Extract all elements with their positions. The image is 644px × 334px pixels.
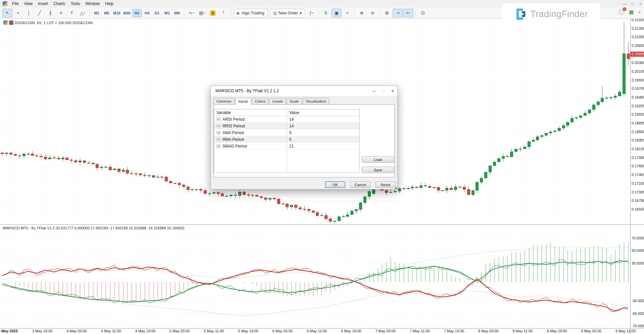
load-button[interactable]: Load (362, 156, 394, 163)
screenshot-button[interactable]: ⊡ (418, 9, 428, 17)
new-order-icon: ▥ (273, 11, 277, 15)
menu-window[interactable]: Window (83, 0, 103, 7)
toolbar-separator (184, 9, 184, 17)
value-cell[interactable]: 5 (287, 136, 359, 143)
menu-insert[interactable]: Insert (35, 0, 51, 7)
trendline-icon: ╱ (38, 10, 41, 15)
time-tick-label: 6 May 19:00 (341, 329, 361, 333)
table-row[interactable]: 01RMA Period (214, 136, 287, 143)
cursor-tool-button[interactable]: ↖ (2, 9, 12, 17)
menu-tools[interactable]: Tools (68, 0, 83, 7)
tab-common[interactable]: Common (213, 98, 235, 104)
timeframe-w1-button[interactable]: W1 (162, 9, 172, 17)
indicator-values-label: MARSICD MT5 - By TFlab V1.2 32.631777 0.… (3, 226, 185, 230)
timeframe-h4-button[interactable]: H4 (142, 9, 152, 17)
crosshair-tool-button[interactable]: + (13, 9, 23, 17)
dialog-titlebar[interactable]: MARSICD MT5 - By TFlab V1.2 1.2 — □ × (211, 86, 397, 96)
table-row[interactable]: 01ARSI Period (214, 116, 287, 123)
text-tool-button[interactable]: T (67, 9, 77, 17)
fibonacci-tool-button[interactable]: ≡ (56, 9, 66, 17)
tab-colors[interactable]: Colors (252, 98, 269, 104)
value-cell[interactable]: 14 (287, 116, 359, 123)
line-chart-type-button[interactable]: ∿▾ (186, 9, 196, 17)
tab-inputs[interactable]: Inputs (235, 98, 251, 105)
value-cell[interactable]: 5 (287, 129, 359, 136)
chart-template-button[interactable]: ▤▾ (197, 9, 207, 17)
dialog-maximize-button[interactable]: □ (382, 89, 385, 93)
data-window-button[interactable]: ▣ (332, 9, 342, 17)
timeframe-h1-button[interactable]: H1 (132, 9, 142, 17)
ok-button[interactable]: OK (325, 181, 345, 188)
value-cell[interactable]: 21 (287, 143, 359, 150)
save-button[interactable]: Save (362, 167, 394, 173)
chart-shift-button[interactable]: ⇤ (403, 9, 413, 17)
column-header-variable[interactable]: Variable (214, 109, 287, 116)
indicator-axis-separator (0, 328, 644, 329)
indicators-button[interactable]: ƒ▾ (306, 9, 316, 17)
timeframe-mn-button[interactable]: MN (172, 9, 182, 17)
time-tick-label: 7 May 19:00 (444, 329, 464, 333)
currency-button[interactable]: $ (208, 9, 218, 17)
menu-view[interactable]: View (21, 0, 35, 7)
timeframe-m1-button[interactable]: M1 (92, 9, 101, 17)
algo-trading-button[interactable]: ▶ Algo Trading (234, 9, 268, 17)
time-tick-label: 8 May 19:00 (547, 329, 567, 333)
indicator-tick-label: 50.000000 (632, 248, 644, 253)
menu-help[interactable]: Help (102, 0, 116, 7)
chart-indicator-separator[interactable] (0, 224, 644, 225)
indicator-canvas[interactable] (0, 225, 630, 328)
timeframe-m5-button[interactable]: M5 (102, 9, 111, 17)
tile-windows-button[interactable]: ⊞ (382, 9, 392, 17)
timeframe-m30-button[interactable]: M30 (122, 9, 132, 17)
column-header-value[interactable]: Value (287, 109, 359, 116)
timeframe-d1-button[interactable]: D1 (152, 9, 162, 17)
toolbar-overflow-button[interactable]: » (638, 10, 641, 14)
vertical-line-tool-button[interactable]: │ (24, 9, 34, 17)
price-tick-label: 0.19930 (632, 78, 644, 82)
timeframe-m15-button[interactable]: M15 (112, 9, 121, 17)
toolbar-right-group: 1 ▦ » (618, 9, 641, 15)
value-cell[interactable]: 14 (287, 123, 359, 129)
reset-button[interactable]: Reset (376, 181, 396, 188)
new-order-button[interactable]: ▥ New Order ▾ (270, 9, 305, 17)
tick-chart-button[interactable]: ⇡ (218, 9, 229, 17)
shapes-tool-button[interactable]: △▾ (78, 9, 88, 17)
price-scale[interactable]: 0.20605 0.215050.212800.210550.208300.20… (630, 19, 644, 334)
sort-button[interactable]: ⇅ (321, 9, 331, 17)
time-tick-label: 5 May 03:00 (169, 329, 190, 333)
toolbar-separator (318, 9, 319, 17)
tab-levels[interactable]: Levels (269, 98, 286, 104)
zoom-in-button[interactable]: ⊕ (357, 9, 367, 17)
notifications-button[interactable]: 1 (618, 9, 624, 15)
table-row[interactable]: 01RRSI Period (214, 123, 287, 129)
auto-scroll-button[interactable]: ⇥ (393, 9, 403, 17)
tab-visualization[interactable]: Visualization (303, 98, 330, 104)
table-row[interactable]: 01AMA Period (214, 129, 287, 136)
table-row[interactable]: 01SMAD Period (214, 143, 287, 150)
dialog-close-button[interactable]: × (391, 88, 394, 94)
toolbar-separator (380, 9, 380, 17)
dialog-resize-grip[interactable]: ◢ (394, 186, 397, 189)
time-tick-label: 5 May 11:00 (204, 329, 224, 333)
chart-shift-icon: ⇤ (407, 10, 410, 15)
menu-file[interactable]: File (9, 0, 21, 7)
window-minimize-button[interactable]: — (623, 2, 626, 6)
zigzag-button[interactable]: ≈ (342, 9, 352, 17)
int-type-icon: 01 (216, 124, 221, 128)
notification-badge: 1 (623, 7, 626, 11)
price-tick-label: 0.18805 (632, 121, 644, 125)
window-close-button[interactable]: × (639, 2, 641, 6)
layout-button[interactable]: ▦ (629, 9, 634, 14)
zoom-out-button[interactable]: ⊖ (367, 9, 378, 17)
dialog-minimize-button[interactable]: — (372, 89, 376, 93)
window-restore-button[interactable]: □ (632, 2, 634, 6)
tab-scale[interactable]: Scale (287, 98, 302, 104)
trendline-tool-button[interactable]: ╱ (35, 9, 45, 17)
time-axis[interactable]: 3 May 20253 May 19:004 May 03:004 May 11… (0, 329, 630, 334)
variable-name: SMAD Period (222, 144, 247, 149)
channel-tool-button[interactable]: ∥ (45, 9, 55, 17)
cancel-button[interactable]: Cancel (350, 181, 370, 188)
ohlc-icon (9, 20, 13, 25)
time-tick-label: 3 May 19:00 (32, 329, 53, 333)
menu-charts[interactable]: Charts (51, 0, 68, 7)
